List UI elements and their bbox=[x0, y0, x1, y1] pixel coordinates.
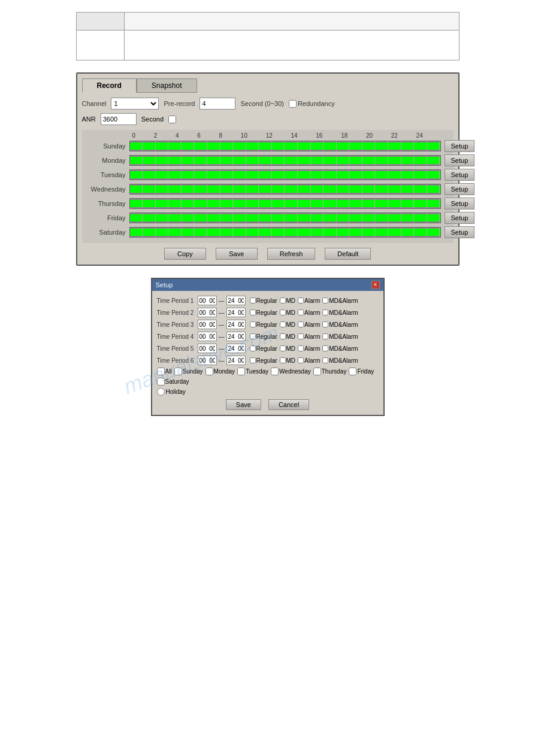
period-3-start[interactable] bbox=[198, 320, 217, 329]
prerecord-input[interactable] bbox=[200, 98, 235, 110]
period-2-md-cb[interactable] bbox=[280, 309, 286, 315]
period-1-mdalarm-label: MD&Alarm bbox=[322, 297, 358, 304]
day-friday-cb[interactable] bbox=[349, 368, 356, 375]
period-4-md-cb[interactable] bbox=[280, 333, 286, 339]
redundancy-checkbox[interactable] bbox=[289, 100, 297, 108]
period-6-md-cb[interactable] bbox=[280, 357, 286, 363]
period-3-md-cb[interactable] bbox=[280, 321, 286, 327]
anr-input[interactable] bbox=[101, 113, 137, 125]
day-grid-tuesday[interactable] bbox=[129, 169, 441, 180]
period-1-regular-label: Regular bbox=[250, 297, 277, 304]
setup-button-tuesday[interactable]: Setup bbox=[445, 169, 475, 181]
holiday-row: Holiday bbox=[157, 388, 379, 396]
dialog-titlebar: Setup × bbox=[152, 279, 383, 291]
anr-label: ANR bbox=[82, 116, 96, 123]
day-monday-cb[interactable] bbox=[205, 368, 213, 375]
period-6-mdalarm-cb[interactable] bbox=[322, 357, 328, 363]
period-5-regular-cb[interactable] bbox=[250, 345, 256, 351]
period-1-mdalarm-cb[interactable] bbox=[322, 297, 328, 303]
period-6-alarm-label: Alarm bbox=[298, 357, 320, 364]
period-2-mdalarm-cb[interactable] bbox=[322, 309, 328, 315]
period-4-alarm-cb[interactable] bbox=[298, 333, 304, 339]
schedule-container: 0 2 4 6 8 10 12 14 16 18 20 22 24 Sunday bbox=[82, 130, 454, 243]
period-3-end[interactable] bbox=[226, 320, 246, 329]
day-row-tuesday: Tuesday Setup bbox=[84, 169, 451, 181]
period-2-start[interactable] bbox=[198, 308, 217, 317]
time-16: 16 bbox=[316, 132, 322, 139]
save-button[interactable]: Save bbox=[216, 248, 258, 260]
day-saturday-cb[interactable] bbox=[157, 378, 165, 385]
time-header: 0 2 4 6 8 10 12 14 16 18 20 22 24 bbox=[132, 132, 451, 139]
period-row-1: Time Period 1 — Regular MD Alarm MD&Alar… bbox=[157, 296, 379, 305]
day-sunday-cb[interactable] bbox=[174, 368, 182, 375]
period-5-mdalarm-cb[interactable] bbox=[322, 345, 328, 351]
bottom-buttons: Copy Save Refresh Default bbox=[82, 248, 454, 260]
period-6-end[interactable] bbox=[226, 356, 246, 365]
day-all-cb[interactable] bbox=[157, 368, 165, 375]
day-row-friday: Friday Setup bbox=[84, 212, 451, 224]
default-button[interactable]: Default bbox=[325, 248, 371, 260]
period-5-alarm-cb[interactable] bbox=[298, 345, 304, 351]
day-wednesday-cb[interactable] bbox=[271, 368, 279, 375]
period-6-label: Time Period 6 bbox=[157, 357, 196, 364]
period-3-mdalarm-cb[interactable] bbox=[322, 321, 328, 327]
period-6-alarm-cb[interactable] bbox=[298, 357, 304, 363]
period-2-end[interactable] bbox=[226, 308, 246, 317]
period-row-3: Time Period 3 — Regular MD Alarm MD&Alar… bbox=[157, 320, 379, 329]
dialog-close-button[interactable]: × bbox=[371, 281, 380, 289]
day-wednesday-label: Wednesday bbox=[271, 368, 311, 375]
copy-button[interactable]: Copy bbox=[164, 248, 206, 260]
day-tuesday-cb[interactable] bbox=[237, 368, 245, 375]
period-row-4: Time Period 4 — Regular MD Alarm MD&Alar… bbox=[157, 332, 379, 341]
period-4-mdalarm-cb[interactable] bbox=[322, 333, 328, 339]
dialog-cancel-button[interactable]: Cancel bbox=[268, 399, 309, 410]
day-saturday-label: Saturday bbox=[157, 378, 189, 385]
day-row-saturday: Saturday Setup bbox=[84, 226, 451, 238]
period-1-start[interactable] bbox=[198, 296, 217, 305]
period-1-label: Time Period 1 bbox=[157, 297, 196, 304]
redundancy-check-container: Redundancy bbox=[289, 100, 335, 108]
period-2-alarm-cb[interactable] bbox=[298, 309, 304, 315]
dialog-save-button[interactable]: Save bbox=[226, 399, 261, 410]
anr-second-label: Second bbox=[141, 116, 164, 123]
refresh-button[interactable]: Refresh bbox=[267, 248, 316, 260]
period-3-alarm-cb[interactable] bbox=[298, 321, 304, 327]
anr-checkbox[interactable] bbox=[168, 116, 176, 123]
period-6-start[interactable] bbox=[198, 356, 217, 365]
period-row-5: Time Period 5 — Regular MD Alarm MD&Alar… bbox=[157, 344, 379, 353]
time-18: 18 bbox=[341, 132, 347, 139]
period-1-md-cb[interactable] bbox=[280, 297, 286, 303]
period-6-regular-cb[interactable] bbox=[250, 357, 256, 363]
day-grid-monday[interactable] bbox=[129, 155, 441, 166]
period-4-start[interactable] bbox=[198, 332, 217, 341]
period-1-end[interactable] bbox=[226, 296, 246, 305]
day-grid-saturday[interactable] bbox=[129, 227, 441, 238]
day-grid-thursday[interactable] bbox=[129, 198, 441, 209]
setup-button-monday[interactable]: Setup bbox=[445, 154, 475, 166]
second-label: Second (0~30) bbox=[240, 100, 283, 107]
period-6-checkboxes: Regular MD Alarm MD&Alarm bbox=[250, 357, 358, 364]
setup-button-thursday[interactable]: Setup bbox=[445, 198, 475, 210]
period-1-regular-cb[interactable] bbox=[250, 297, 256, 303]
holiday-radio[interactable] bbox=[157, 388, 165, 396]
period-5-label: Time Period 5 bbox=[157, 345, 196, 352]
period-4-end[interactable] bbox=[226, 332, 246, 341]
tab-snapshot[interactable]: Snapshot bbox=[137, 78, 197, 93]
period-5-md-cb[interactable] bbox=[280, 345, 286, 351]
day-grid-wednesday[interactable] bbox=[129, 184, 441, 195]
period-2-regular-cb[interactable] bbox=[250, 309, 256, 315]
setup-button-saturday[interactable]: Setup bbox=[445, 226, 475, 238]
channel-select[interactable]: 1 bbox=[111, 98, 159, 110]
period-5-end[interactable] bbox=[226, 344, 246, 353]
setup-button-sunday[interactable]: Setup bbox=[445, 140, 475, 152]
setup-button-wednesday[interactable]: Setup bbox=[445, 183, 475, 195]
period-1-alarm-cb[interactable] bbox=[298, 297, 304, 303]
day-thursday-cb[interactable] bbox=[313, 368, 321, 375]
period-5-start[interactable] bbox=[198, 344, 217, 353]
day-grid-sunday[interactable] bbox=[129, 141, 441, 151]
day-grid-friday[interactable] bbox=[129, 212, 441, 223]
period-3-regular-cb[interactable] bbox=[250, 321, 256, 327]
tab-record[interactable]: Record bbox=[82, 78, 137, 93]
setup-button-friday[interactable]: Setup bbox=[445, 212, 475, 224]
period-4-regular-cb[interactable] bbox=[250, 333, 256, 339]
